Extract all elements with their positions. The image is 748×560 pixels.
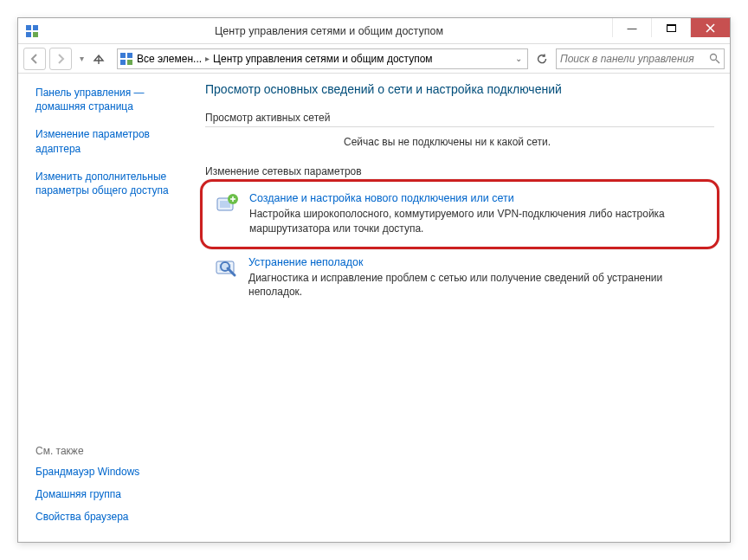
address-bar[interactable]: Все элемен... ▸ Центр управления сетями …	[117, 48, 528, 69]
refresh-button[interactable]	[532, 48, 552, 69]
breadcrumb-item[interactable]: Центр управления сетями и общим доступом	[213, 53, 433, 65]
task-list: Создание и настройка нового подключения …	[205, 179, 714, 306]
sidebar-link-adapter[interactable]: Изменение параметров адаптера	[35, 127, 181, 155]
task-desc: Диагностика и исправление проблем с сеть…	[248, 271, 706, 300]
page-heading: Просмотр основных сведений о сети и наст…	[205, 82, 714, 96]
svg-point-13	[711, 55, 717, 61]
see-also-firewall[interactable]: Брандмауэр Windows	[35, 466, 181, 478]
maximize-button[interactable]	[651, 18, 690, 37]
titlebar: Центр управления сетями и общим доступом…	[18, 18, 730, 44]
toolbar: ▾ Все элемен... ▸ Центр управления сетям…	[18, 44, 730, 74]
window-title: Центр управления сетями и общим доступом	[46, 25, 612, 37]
active-networks-label: Просмотр активных сетей	[205, 112, 714, 127]
forward-button[interactable]	[49, 48, 72, 70]
main-content: Просмотр основных сведений о сети и наст…	[191, 74, 730, 542]
troubleshoot-icon	[214, 256, 238, 280]
change-settings-label: Изменение сетевых параметров	[205, 165, 714, 177]
svg-rect-1	[33, 25, 38, 30]
window-controls: —	[612, 18, 730, 43]
new-connection-icon	[215, 192, 239, 216]
task-text: Устранение неполадок Диагностика и испра…	[248, 256, 706, 300]
address-dropdown[interactable]: ⌄	[512, 54, 526, 63]
chevron-right-icon: ▸	[205, 54, 210, 63]
svg-rect-12	[127, 60, 132, 65]
app-icon	[25, 24, 39, 38]
task-title[interactable]: Создание и настройка нового подключения …	[249, 192, 705, 204]
task-new-connection[interactable]: Создание и настройка нового подключения …	[200, 179, 719, 249]
svg-line-14	[716, 60, 719, 63]
up-button[interactable]	[93, 53, 110, 65]
close-button[interactable]	[690, 18, 730, 37]
task-text: Создание и настройка нового подключения …	[249, 192, 705, 236]
svg-rect-2	[26, 32, 31, 37]
see-also-homegroup[interactable]: Домашняя группа	[35, 488, 181, 500]
sidebar-link-sharing[interactable]: Изменить дополнительные параметры общего…	[35, 170, 181, 197]
sidebar: Панель управления — домашняя страница Из…	[18, 74, 191, 542]
search-input[interactable]	[560, 53, 709, 65]
history-dropdown[interactable]: ▾	[75, 48, 87, 70]
svg-rect-9	[120, 53, 126, 58]
window-body: Панель управления — домашняя страница Из…	[18, 74, 730, 542]
svg-rect-3	[33, 32, 38, 37]
task-troubleshoot[interactable]: Устранение неполадок Диагностика и испра…	[205, 249, 714, 307]
see-also-heading: См. также	[35, 445, 181, 457]
svg-rect-11	[120, 60, 126, 65]
task-desc: Настройка широкополосного, коммутируемог…	[249, 207, 705, 236]
see-also-browser[interactable]: Свойства браузера	[35, 511, 181, 523]
back-button[interactable]	[23, 48, 46, 70]
breadcrumb-item[interactable]: Все элемен...	[137, 53, 202, 65]
task-title[interactable]: Устранение неполадок	[248, 256, 706, 268]
minimize-button[interactable]: —	[612, 18, 651, 37]
control-panel-window: Центр управления сетями и общим доступом…	[17, 17, 731, 543]
search-box[interactable]	[556, 48, 725, 69]
no-network-message: Сейчас вы не подключены ни к какой сети.	[344, 136, 714, 148]
search-icon	[709, 53, 720, 64]
breadcrumb-icon	[119, 52, 133, 66]
svg-rect-10	[127, 53, 132, 58]
svg-rect-0	[26, 25, 31, 30]
sidebar-link-home[interactable]: Панель управления — домашняя страница	[35, 86, 181, 113]
